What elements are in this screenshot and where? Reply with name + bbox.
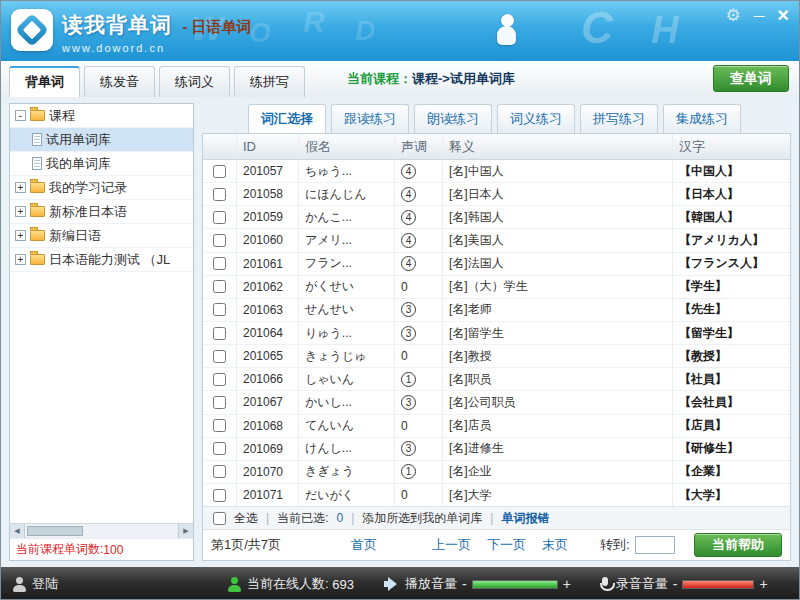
tab-1[interactable]: 背单词	[9, 66, 80, 97]
first-page-link[interactable]: 首页	[351, 536, 377, 554]
login-label: 登陆	[32, 575, 58, 593]
minimize-icon[interactable]: ─	[754, 8, 765, 23]
select-all-checkbox[interactable]	[213, 512, 226, 525]
scrollbar-thumb[interactable]	[27, 526, 83, 536]
tree-toggle-icon[interactable]: +	[15, 254, 26, 265]
subtab-3[interactable]: 朗读练习	[414, 104, 492, 133]
play-volume-label: 播放音量	[405, 575, 457, 593]
cell-kana: きぎょう	[299, 461, 395, 483]
cell-id: 201059	[237, 206, 299, 228]
next-page-link[interactable]: 下一页	[487, 536, 526, 554]
tab-3[interactable]: 练词义	[159, 66, 230, 97]
login-person-icon	[13, 577, 26, 592]
subtab-5[interactable]: 拼写练习	[580, 104, 658, 133]
cell-select	[203, 183, 237, 205]
cell-select	[203, 206, 237, 228]
tree-toggle-icon[interactable]: +	[15, 206, 26, 217]
report-word-error-link[interactable]: 单词报错	[501, 510, 549, 527]
header-cell-4: 释义	[443, 134, 673, 159]
tree-toggle-icon[interactable]: +	[15, 230, 26, 241]
row-checkbox[interactable]	[213, 442, 226, 455]
folder-icon	[30, 254, 45, 265]
row-checkbox[interactable]	[213, 396, 226, 409]
tree-item-3[interactable]: 我的单词库	[10, 152, 193, 176]
current-help-button[interactable]: 当前帮助	[694, 533, 782, 557]
tree-toggle-icon[interactable]: +	[15, 182, 26, 193]
subtab-6[interactable]: 集成练习	[663, 104, 741, 133]
cell-tone: 4	[395, 160, 443, 182]
cell-id: 201068	[237, 415, 299, 437]
table-row: 201069けんし...3[名]进修生【研修生】	[203, 438, 790, 461]
cell-kanji: 【店員】	[673, 415, 790, 437]
settings-gear-icon[interactable]: ⚙	[725, 7, 740, 24]
row-checkbox[interactable]	[213, 257, 226, 270]
play-volume-decrease-button[interactable]: -	[462, 576, 467, 592]
scroll-left-icon[interactable]: ◀	[10, 524, 25, 538]
sidebar-hscrollbar[interactable]: ◀ ▶	[10, 523, 193, 538]
app-subtitle: - 日语单词	[182, 18, 251, 35]
tree-item-6[interactable]: +新编日语	[10, 224, 193, 248]
cell-select	[203, 253, 237, 275]
record-volume-increase-button[interactable]: +	[759, 576, 767, 592]
add-to-my-wordbank-link[interactable]: 添加所选到我的单词库	[362, 510, 482, 527]
cell-select	[203, 368, 237, 390]
cell-kana: だいがく	[299, 484, 395, 506]
row-checkbox[interactable]	[213, 419, 226, 432]
app-logo-icon	[11, 9, 53, 51]
tree-item-7[interactable]: +日本语能力测试 （JL	[10, 248, 193, 272]
tree-item-5[interactable]: +新标准日本语	[10, 200, 193, 224]
cell-meaning: [名]（大）学生	[443, 276, 673, 298]
cell-meaning: [名]留学生	[443, 322, 673, 344]
watermark-letter: H	[651, 9, 678, 52]
subtab-2[interactable]: 跟读练习	[331, 104, 409, 133]
close-icon[interactable]: ×	[777, 5, 789, 25]
goto-page-label: 转到:	[600, 536, 630, 554]
app-logo-text: 读我背单词 - 日语单词 www.doword.cn	[62, 9, 252, 54]
goto-page-input[interactable]	[635, 536, 675, 554]
row-checkbox[interactable]	[213, 350, 226, 363]
tree-item-2[interactable]: 试用单词库	[10, 128, 193, 152]
separator: |	[266, 511, 269, 525]
record-volume-decrease-button[interactable]: -	[673, 576, 678, 592]
tab-2[interactable]: 练发音	[84, 66, 155, 97]
word-table: ID假名声调释义汉字 201057ちゅう...4[名]中国人【中国人】20105…	[202, 133, 791, 561]
record-volume-slider[interactable]	[682, 580, 754, 589]
file-icon	[32, 157, 42, 170]
tree-item-1[interactable]: -课程	[10, 104, 193, 128]
row-checkbox[interactable]	[213, 303, 226, 316]
tab-4[interactable]: 练拼写	[234, 66, 305, 97]
scroll-right-icon[interactable]: ▶	[178, 524, 193, 538]
row-checkbox[interactable]	[213, 327, 226, 340]
row-checkbox[interactable]	[213, 465, 226, 478]
cell-meaning: [名]老师	[443, 299, 673, 321]
row-checkbox[interactable]	[213, 234, 226, 247]
cell-tone: 4	[395, 183, 443, 205]
tree-toggle-icon[interactable]: -	[15, 110, 26, 121]
online-count: 当前在线人数: 693	[228, 575, 354, 593]
subtab-4[interactable]: 词义练习	[497, 104, 575, 133]
tree-item-4[interactable]: +我的学习记录	[10, 176, 193, 200]
row-checkbox[interactable]	[213, 211, 226, 224]
table-row: 201063せんせい3[名]老师【先生】	[203, 299, 790, 322]
row-checkbox[interactable]	[213, 489, 226, 502]
cell-kana: かいし...	[299, 391, 395, 413]
row-checkbox[interactable]	[213, 280, 226, 293]
search-word-button[interactable]: 查单词	[713, 65, 789, 92]
row-checkbox[interactable]	[213, 373, 226, 386]
sidebar: -课程试用单词库我的单词库+我的学习记录+新标准日本语+新编日语+日本语能力测试…	[9, 103, 194, 561]
watermark-letter: C	[581, 3, 613, 53]
page-info: 第1页/共7页	[211, 536, 281, 554]
cell-id: 201064	[237, 322, 299, 344]
play-volume-increase-button[interactable]: +	[563, 576, 571, 592]
cell-kanji: 【フランス人】	[673, 253, 790, 275]
row-checkbox[interactable]	[213, 188, 226, 201]
play-volume-slider[interactable]	[472, 580, 558, 589]
select-all-label[interactable]: 全选	[234, 510, 258, 527]
login-button[interactable]: 登陆	[13, 575, 58, 593]
header-cell-2: 假名	[299, 134, 395, 159]
last-page-link[interactable]: 末页	[542, 536, 568, 554]
subtab-1[interactable]: 词汇选择	[248, 104, 326, 133]
prev-page-link[interactable]: 上一页	[432, 536, 471, 554]
cell-kana: せんせい	[299, 299, 395, 321]
row-checkbox[interactable]	[213, 165, 226, 178]
